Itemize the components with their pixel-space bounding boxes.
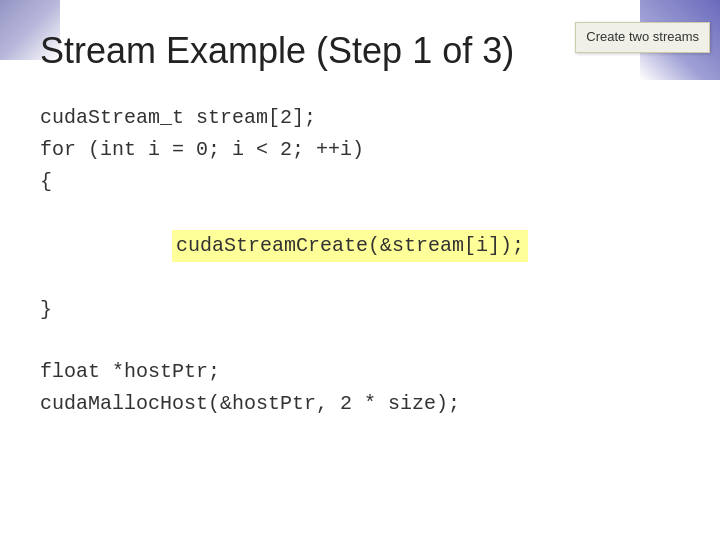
code-line-5-row: } Create two streams	[40, 294, 700, 326]
code-line-2: for (int i = 0; i < 2; ++i)	[40, 134, 700, 166]
code-line-7: cudaMallocHost(&hostPtr, 2 * size);	[40, 388, 700, 420]
code-line-4-highlighted: cudaStreamCreate(&stream[i]);	[172, 230, 528, 262]
slide-content: Stream Example (Step 1 of 3) cudaStream_…	[40, 20, 700, 520]
code-line-1: cudaStream_t stream[2];	[40, 102, 700, 134]
code-block: cudaStream_t stream[2]; for (int i = 0; …	[40, 102, 700, 420]
code-line-5: }	[40, 294, 52, 326]
tooltip-badge: Create two streams	[575, 22, 710, 53]
code-line-3: {	[40, 166, 700, 198]
code-line-6: float *hostPtr;	[40, 356, 700, 388]
code-line-4-container: cudaStreamCreate(&stream[i]);	[100, 198, 700, 294]
